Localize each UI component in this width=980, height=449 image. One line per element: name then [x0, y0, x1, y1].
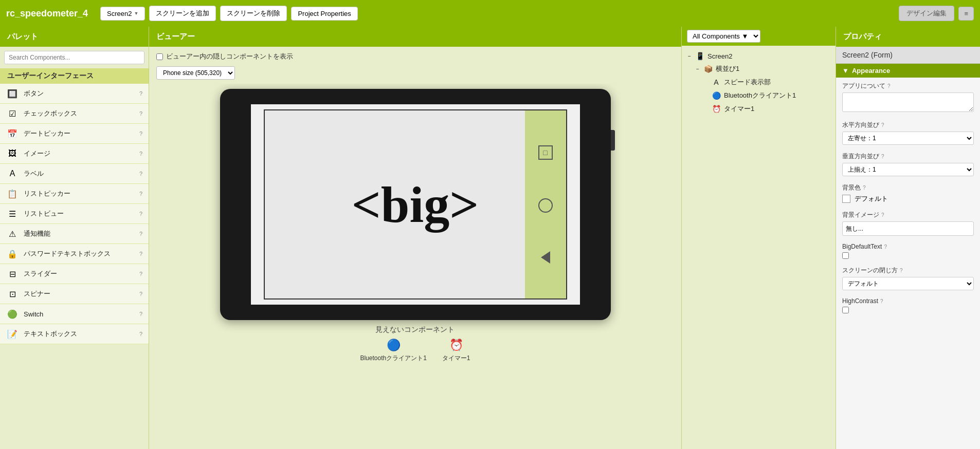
list-item[interactable]: ☰ リストビュー ? — [0, 204, 149, 224]
help-icon[interactable]: ? — [139, 231, 142, 237]
prop-select[interactable]: デフォルト — [842, 277, 974, 290]
palette-item-icon: A — [6, 167, 19, 180]
search-input[interactable] — [4, 51, 144, 64]
color-label: デフォルト — [855, 194, 888, 203]
more-menu-btn[interactable]: ≡ — [958, 7, 974, 21]
prop-label-text: BigDefaultText — [842, 243, 882, 250]
list-item[interactable]: 🔲 ボタン ? — [0, 84, 149, 104]
phone-side-button — [611, 130, 615, 151]
help-icon[interactable]: ? — [139, 291, 142, 297]
hidden-components-checkbox[interactable] — [156, 53, 163, 60]
prop-help-icon[interactable]: ? — [863, 185, 866, 191]
tree-item[interactable]: A スピード表示部 — [682, 76, 836, 89]
palette-item-label: テキストボックス — [24, 329, 139, 339]
prop-checkbox[interactable] — [842, 252, 849, 259]
components-filter-select[interactable]: All Components ▼ — [687, 30, 760, 43]
palette-category: ユーザーインターフェース — [0, 68, 149, 84]
help-icon[interactable]: ? — [139, 211, 142, 217]
help-icon[interactable]: ? — [139, 171, 142, 177]
size-select[interactable]: Phone size (505,320) — [156, 66, 235, 80]
remove-screen-btn[interactable]: スクリーンを削除 — [220, 6, 287, 21]
prop-text-input[interactable] — [842, 221, 974, 236]
prop-help-icon[interactable]: ? — [900, 268, 903, 273]
help-icon[interactable]: ? — [139, 271, 142, 277]
tree-item-icon: A — [712, 78, 721, 86]
help-icon[interactable]: ? — [139, 251, 142, 257]
tree-item-icon: 📦 — [703, 65, 713, 73]
invisible-bluetooth: 🔵 Bluetoothクライアント1 — [360, 339, 426, 363]
prop-label: 垂直方向並び ? — [842, 152, 974, 161]
list-item[interactable]: ☑ チェックボックス ? — [0, 104, 149, 124]
help-icon[interactable]: ? — [139, 151, 142, 157]
help-icon[interactable]: ? — [139, 130, 142, 137]
palette-items-list: 🔲 ボタン ? ☑ チェックボックス ? 📅 デートピッカー ? 🖼 イメージ … — [0, 84, 149, 449]
hidden-components-label[interactable]: ビューアー内の隠しコンポーネントを表示 — [156, 52, 293, 61]
prop-textarea[interactable] — [842, 92, 974, 112]
tree-toggle-icon: − — [694, 65, 701, 72]
prop-help-icon[interactable]: ? — [881, 212, 884, 218]
palette-item-icon: 📅 — [6, 127, 19, 140]
list-item[interactable]: 📋 リストピッカー ? — [0, 184, 149, 204]
tree-item[interactable]: − 📱 Screen2 — [682, 50, 836, 62]
palette-item-icon: ⚠ — [6, 228, 19, 240]
prop-label-text: HighContrast — [842, 297, 878, 305]
prop-select[interactable]: 上揃え：1 — [842, 163, 974, 176]
palette-item-label: ボタン — [24, 89, 139, 98]
list-item[interactable]: 🔒 パスワードテキストボックス ? — [0, 244, 149, 264]
design-edit-btn[interactable]: デザイン編集 — [899, 6, 954, 21]
prop-label: 背景色 ? — [842, 183, 974, 192]
phone-screen[interactable]: <big> □ — [251, 104, 580, 305]
list-item[interactable]: 📅 デートピッカー ? — [0, 124, 149, 144]
palette-item-icon: ⊟ — [6, 268, 19, 280]
tree-header: All Components ▼ — [682, 27, 836, 46]
list-item[interactable]: ⚠ 通知機能 ? — [0, 224, 149, 244]
help-icon[interactable]: ? — [139, 90, 142, 97]
tree-content: − 📱 Screen2 − 📦 横並び1 A スピード表示部 🔵 Bluetoo… — [682, 46, 836, 449]
palette-item-label: リストピッカー — [24, 189, 139, 198]
tree-item[interactable]: ⏰ タイマー1 — [682, 102, 836, 116]
project-properties-btn[interactable]: Project Properties — [291, 7, 357, 21]
property-row: BigDefaultText ? — [842, 243, 974, 259]
prop-label-text: 水平方向並び — [842, 121, 879, 129]
tree-item-icon: 🔵 — [712, 91, 721, 100]
screen-dropdown-btn[interactable]: Screen2 — [100, 7, 145, 21]
prop-label: スクリーンの閉じ方 ? — [842, 266, 974, 275]
nav-circle-icon — [538, 198, 553, 213]
list-item[interactable]: 🟢 Switch ? — [0, 304, 149, 324]
app-title: rc_speedometer_4 — [6, 8, 88, 19]
prop-help-icon[interactable]: ? — [887, 83, 891, 89]
prop-checkbox[interactable] — [842, 307, 849, 313]
viewer-panel: ビューアー ビューアー内の隠しコンポーネントを表示 Phone size (50… — [149, 27, 682, 449]
prop-label-text: 背景色 — [842, 183, 861, 192]
list-item[interactable]: 🖼 イメージ ? — [0, 144, 149, 164]
list-item[interactable]: ⊟ スライダー ? — [0, 264, 149, 284]
tree-item[interactable]: − 📦 横並び1 — [682, 62, 836, 76]
tree-toggle-icon — [702, 105, 710, 113]
appearance-section: ▼ Appearance — [836, 64, 980, 78]
prop-select[interactable]: 左寄せ：1 — [842, 132, 974, 145]
color-swatch[interactable] — [842, 195, 850, 203]
invisible-section: 見えないコンポーネント 🔵 Bluetoothクライアント1 ⏰ タイマー1 — [360, 325, 470, 363]
size-select-container: Phone size (505,320) — [149, 66, 681, 84]
prop-label-text: スクリーンの閉じ方 — [842, 266, 898, 275]
palette-item-icon: ☰ — [6, 208, 19, 220]
nav-back-icon — [541, 251, 550, 264]
tree-item[interactable]: 🔵 Bluetoothクライアント1 — [682, 89, 836, 102]
help-icon[interactable]: ? — [139, 311, 142, 317]
list-item[interactable]: ⊡ スピナー ? — [0, 284, 149, 304]
tree-panel: All Components ▼ − 📱 Screen2 − 📦 横並び1 A … — [682, 27, 836, 449]
add-screen-btn[interactable]: スクリーンを追加 — [149, 6, 216, 21]
help-icon[interactable]: ? — [139, 331, 142, 337]
prop-help-icon[interactable]: ? — [881, 122, 884, 128]
bluetooth-icon: 🔵 — [387, 339, 401, 352]
help-icon[interactable]: ? — [139, 110, 142, 117]
prop-help-icon[interactable]: ? — [880, 298, 883, 304]
prop-help-icon[interactable]: ? — [884, 244, 887, 250]
prop-help-icon[interactable]: ? — [881, 154, 884, 159]
palette-item-icon: ☑ — [6, 107, 19, 120]
list-item[interactable]: A ラベル ? — [0, 164, 149, 184]
palette-item-icon: 📝 — [6, 328, 19, 340]
prop-label: アプリについて ? — [842, 82, 974, 90]
list-item[interactable]: 📝 テキストボックス ? — [0, 324, 149, 344]
help-icon[interactable]: ? — [139, 191, 142, 197]
